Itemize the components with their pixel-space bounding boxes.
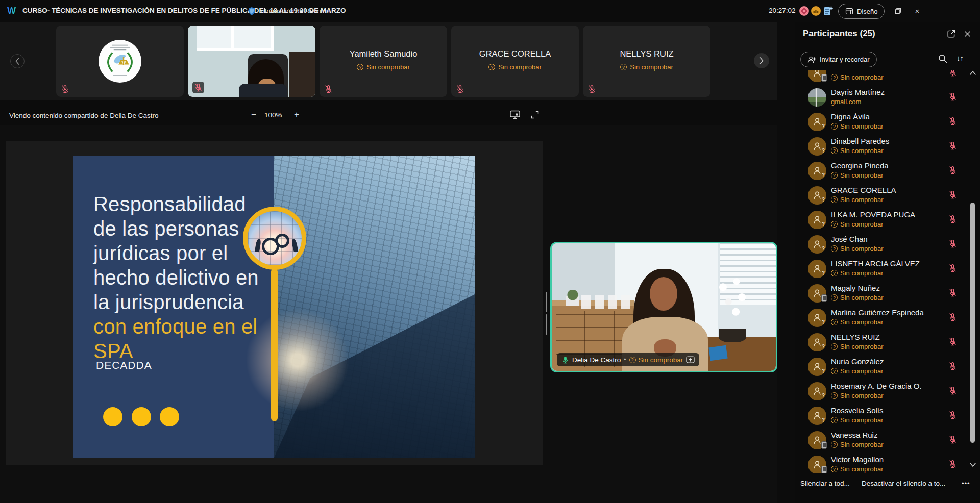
participant-status: ? Sin comprobar [831,318,884,326]
mic-muted-icon [948,215,957,223]
avatar: ? [808,358,826,376]
slide-dot [103,407,122,426]
participant-status: ? Sin comprobar [831,269,884,277]
invite-and-remind-button[interactable]: Invitar y recordar [800,52,877,67]
scroll-down-button[interactable] [968,460,977,470]
mic-muted-icon [948,460,957,468]
participant-row[interactable]: ? NELLYS RUIZ ? Sin comprobar [795,330,969,355]
restore-button[interactable] [890,4,905,17]
participant-row[interactable]: ? GRACE CORELLA ? Sin comprobar [795,183,969,208]
participant-row[interactable]: ? Victor Magallon ? Sin comprobar [795,452,969,473]
close-panel-button[interactable] [963,29,972,38]
scroll-up-button[interactable] [968,68,977,78]
expand-fullscreen-icon[interactable] [530,110,540,120]
unverified-icon: ? [831,196,838,203]
mic-muted-icon [948,386,957,395]
shared-content-header: Viendo contenido compartido de Delia De … [0,100,777,125]
meeting-health-icon[interactable] [811,6,821,16]
participant-status: ? Sin comprobar [831,245,884,253]
unverified-badge: ? [822,123,825,129]
avatar: ? [808,309,826,327]
more-options-button[interactable]: ••• [962,480,970,487]
participant-status: ? Sin comprobar [583,63,710,71]
participant-row[interactable]: ? Nuria González ? Sin comprobar [795,355,969,379]
participant-row[interactable]: ? Digna Ávila ? Sin comprobar [795,110,969,134]
meeting-info-link[interactable]: Información de Reunión [259,7,330,15]
unmute-all-button[interactable]: Desactivar el silencio a to... [862,480,945,487]
mic-muted-icon [948,435,957,444]
layout-grid-icon [845,8,853,15]
mute-all-button[interactable]: Silenciar a tod... [800,480,850,487]
participant-tile[interactable]: Yamileth Samudio ? Sin comprobar [320,26,447,97]
participant-row[interactable]: ? ? Sin comprobar [795,70,969,85]
phone-badge [821,466,827,473]
participant-row[interactable]: ? ILKA M. POVEDA PUGA ? Sin comprobar [795,208,969,232]
participant-row[interactable]: ? Dinabell Paredes ? Sin comprobar [795,134,969,159]
person-add-icon [807,56,816,63]
popout-video-icon[interactable] [686,356,695,363]
zoom-in-button[interactable]: + [290,108,303,121]
participant-row[interactable]: ? José Chan ? Sin comprobar [795,232,969,257]
avatar: ? [808,235,826,254]
filmstrip-next-button[interactable] [754,53,769,68]
participant-tile[interactable]: GRACE CORELLA ? Sin comprobar [451,26,579,97]
view-on-device-icon[interactable] [509,109,521,120]
participant-name: Dayris Martínez [831,88,885,96]
filmstrip-prev-button[interactable] [10,54,24,68]
participant-tile-logo[interactable] [56,26,184,97]
participant-row[interactable]: ? Rosemary A. De Gracia O. ? Sin comprob… [795,379,969,404]
mic-muted-icon [192,82,204,93]
participant-row[interactable]: ? Dayris Martínez ? gmail.com [795,85,969,110]
avatar: ? [808,88,826,107]
shared-content-viewport: Responsabilidad de las personas jurídica… [6,141,543,465]
unverified-badge: ? [822,319,825,325]
avatar: ? [808,431,826,449]
participant-tile[interactable]: NELLYS RUIZ ? Sin comprobar [583,26,710,97]
participant-status: ? gmail.com [831,98,861,106]
participant-row[interactable]: ? Georgina Pineda ? Sin comprobar [795,159,969,183]
chevron-right-icon [759,57,764,65]
slide-title-yellow: con enfoque en el SPA [93,314,262,363]
mic-muted-icon [61,85,69,93]
mic-muted-icon [948,313,957,321]
mic-muted-icon [324,85,333,93]
participant-status: ? Sin comprobar [831,441,884,448]
participant-name: Magaly Nuñez [831,284,880,292]
sort-participants-icon[interactable]: ↓↑ [957,54,963,62]
zoom-level-value[interactable]: 100% [264,111,282,119]
unverified-icon: ? [831,319,838,325]
panel-resize-handle[interactable] [546,292,551,312]
participants-list[interactable]: ? ? Sin comprobar ? Dayris Martínez ? gm… [795,70,969,473]
unverified-icon: ? [831,147,838,154]
scrollbar-thumb[interactable] [970,203,975,443]
participant-row[interactable]: ? Rossvelia Solís ? Sin comprobar [795,404,969,428]
participant-row[interactable]: ? Vanessa Ruiz ? Sin comprobar [795,428,969,452]
mic-muted-icon [948,264,957,272]
participant-name: ILKA M. POVEDA PUGA [831,210,915,219]
security-shield-icon [248,7,256,16]
participant-row[interactable]: ? Marlina Gutiérrez Espineda ? Sin compr… [795,306,969,330]
active-speaker-video[interactable]: Delia De Castro • ? Sin comprobar [550,242,777,372]
participant-name: NELLYS RUIZ [831,333,880,341]
participant-status: ? Sin comprobar [831,367,884,375]
search-icon[interactable] [937,53,948,64]
unverified-icon: ? [831,74,838,81]
participant-name: Victor Magallon [831,455,884,464]
zoom-out-button[interactable]: − [247,108,260,121]
participant-row[interactable]: ? Magaly Nuñez ? Sin comprobar [795,281,969,306]
unverified-icon: ? [831,343,838,350]
avatar: ? [808,284,826,303]
mic-muted-icon [587,85,596,93]
popout-panel-icon[interactable] [947,29,956,38]
speaker-name-label: Delia De Castro • ? Sin comprobar [557,353,699,366]
mic-muted-icon [948,166,957,174]
unverified-icon: ? [831,294,838,301]
slide-accent-line [271,268,278,421]
notes-icon[interactable] [823,6,833,16]
participant-status: ? Sin comprobar [451,63,579,71]
minimize-button[interactable]: – [871,4,886,17]
participant-tile-video[interactable] [188,26,315,97]
participant-row[interactable]: ? LISNETH ARCIA GÁLVEZ ? Sin comprobar [795,257,969,281]
close-window-button[interactable]: × [910,4,925,17]
recording-indicator-icon[interactable] [799,6,809,16]
